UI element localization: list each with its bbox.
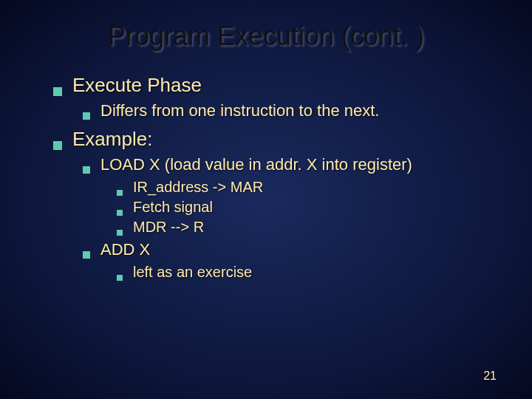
bullet-text: MDR --> R — [133, 219, 204, 236]
bullet-text: Execute Phase — [72, 74, 202, 97]
bullet-level2: LOAD X (load value in addr. X into regis… — [83, 155, 502, 174]
square-bullet-icon — [83, 166, 90, 174]
slide-content: Execute Phase Differs from one instructi… — [0, 74, 532, 281]
slide: Program Execution (cont. ) Execute Phase… — [0, 0, 532, 399]
bullet-level2: ADD X — [83, 240, 502, 259]
bullet-text: LOAD X (load value in addr. X into regis… — [100, 155, 412, 174]
bullet-level3: IR_address -> MAR — [117, 179, 502, 196]
bullet-text: Example: — [72, 128, 152, 151]
bullet-text: Fetch signal — [133, 199, 213, 216]
slide-title: Program Execution (cont. ) — [0, 0, 532, 66]
title-text: Program Execution (cont. ) — [108, 21, 424, 51]
bullet-level3: MDR --> R — [117, 219, 502, 236]
square-bullet-icon — [117, 190, 123, 196]
square-bullet-icon — [53, 87, 62, 96]
bullet-level1: Example: — [53, 128, 502, 151]
bullet-level3: Fetch signal — [117, 199, 502, 216]
bullet-text: Differs from one instruction to the next… — [100, 101, 379, 120]
square-bullet-icon — [53, 141, 62, 150]
square-bullet-icon — [117, 210, 123, 216]
bullet-level2: Differs from one instruction to the next… — [83, 101, 502, 120]
bullet-text: ADD X — [100, 240, 150, 259]
square-bullet-icon — [83, 251, 90, 259]
square-bullet-icon — [117, 275, 123, 281]
bullet-level1: Execute Phase — [53, 74, 502, 97]
bullet-text: IR_address -> MAR — [133, 179, 263, 196]
square-bullet-icon — [83, 112, 90, 120]
bullet-level3: left as an exercise — [117, 264, 502, 281]
bullet-text: left as an exercise — [133, 264, 252, 281]
page-number: 21 — [483, 369, 497, 383]
square-bullet-icon — [117, 230, 123, 236]
